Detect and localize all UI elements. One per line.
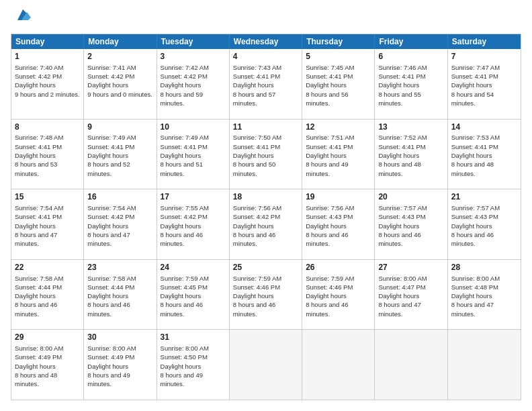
sunset-label: Sunset: 4:41 PM [451,73,498,80]
table-row: 21Sunrise: 7:57 AMSunset: 4:43 PMDayligh… [448,189,521,259]
header-wednesday: Wednesday [230,34,302,49]
table-row: 8Sunrise: 7:48 AMSunset: 4:41 PMDaylight… [11,120,84,189]
calendar-row: 1Sunrise: 7:40 AMSunset: 4:42 PMDaylight… [11,49,521,119]
sunrise-label: Sunrise: 7:58 AM [87,275,136,282]
sunrise-label: Sunrise: 7:45 AM [306,64,354,71]
table-row: 24Sunrise: 7:59 AMSunset: 4:45 PMDayligh… [157,260,230,330]
day-number: 22 [15,262,80,273]
daylight-label: Daylight hours [161,222,202,230]
sunset-label: Sunset: 4:42 PM [233,213,280,220]
table-row: 29Sunrise: 8:00 AMSunset: 4:49 PMDayligh… [11,330,84,400]
calendar-row: 22Sunrise: 7:58 AMSunset: 4:44 PMDayligh… [11,259,521,330]
sunset-label: Sunset: 4:46 PM [306,283,353,291]
day-number: 28 [451,262,517,273]
sunset-label: Sunset: 4:42 PM [87,73,134,80]
table-row: 2Sunrise: 7:41 AMSunset: 4:42 PMDaylight… [84,49,157,119]
sunrise-label: Sunrise: 8:00 AM [15,345,63,352]
daylight-value: 8 hours and 57 minutes. [233,91,275,107]
daylight-value: 8 hours and 46 minutes. [378,231,420,247]
daylight-value: 8 hours and 49 minutes. [306,161,348,177]
day-number: 24 [161,262,226,273]
table-row: 7Sunrise: 7:47 AMSunset: 4:41 PMDaylight… [448,49,521,119]
daylight-value: 8 hours and 56 minutes. [306,91,348,107]
daylight-label: Daylight hours [451,292,492,300]
sunrise-label: Sunrise: 7:59 AM [306,275,354,282]
table-row: 19Sunrise: 7:56 AMSunset: 4:43 PMDayligh… [302,189,375,259]
daylight-value: 8 hours and 48 minutes. [15,371,57,387]
header-friday: Friday [375,34,447,49]
table-row: 27Sunrise: 8:00 AMSunset: 4:47 PMDayligh… [375,260,447,330]
table-row: 28Sunrise: 8:00 AMSunset: 4:48 PMDayligh… [448,260,521,330]
daylight-label: Daylight hours [378,81,419,89]
table-row: 3Sunrise: 7:42 AMSunset: 4:42 PMDaylight… [157,49,230,119]
daylight-label: Daylight hours [15,152,56,159]
sunset-label: Sunset: 4:41 PM [378,73,425,80]
daylight-value: 8 hours and 50 minutes. [233,161,275,177]
table-row: 10Sunrise: 7:49 AMSunset: 4:41 PMDayligh… [157,120,230,189]
sunrise-label: Sunrise: 7:54 AM [15,204,63,212]
sunset-label: Sunset: 4:42 PM [161,213,208,220]
day-number: 1 [15,51,80,62]
calendar-row: 8Sunrise: 7:48 AMSunset: 4:41 PMDaylight… [11,119,521,189]
sunset-label: Sunset: 4:41 PM [15,213,62,220]
sunrise-label: Sunrise: 8:00 AM [378,275,427,282]
daylight-value: 8 hours and 46 minutes. [161,231,203,247]
daylight-value: 8 hours and 46 minutes. [161,301,203,317]
day-number: 7 [451,51,517,62]
daylight-label: Daylight hours [306,152,347,159]
day-number: 9 [87,122,152,133]
sunset-label: Sunset: 4:41 PM [233,73,280,80]
sunset-label: Sunset: 4:43 PM [451,213,498,220]
day-number: 11 [233,122,298,133]
calendar-row: 15Sunrise: 7:54 AMSunset: 4:41 PMDayligh… [11,189,521,259]
day-number: 12 [306,122,371,133]
table-row: 16Sunrise: 7:54 AMSunset: 4:42 PMDayligh… [84,189,157,259]
sunrise-label: Sunrise: 7:42 AM [161,64,209,71]
sunset-label: Sunset: 4:42 PM [87,213,134,220]
table-row: 15Sunrise: 7:54 AMSunset: 4:41 PMDayligh… [11,189,84,259]
day-number: 26 [306,262,371,273]
daylight-value: 8 hours and 53 minutes. [15,161,57,177]
daylight-value: 8 hours and 46 minutes. [87,301,130,317]
sunrise-label: Sunrise: 7:48 AM [15,134,63,141]
sunrise-label: Sunrise: 7:40 AM [15,64,63,71]
day-number: 30 [87,332,152,343]
sunset-label: Sunset: 4:43 PM [378,213,425,220]
sunrise-label: Sunrise: 7:57 AM [378,204,427,212]
sunset-label: Sunset: 4:46 PM [233,283,280,291]
table-row [230,330,302,400]
daylight-label: Daylight hours [161,152,202,159]
day-number: 20 [378,191,443,203]
page: Sunday Monday Tuesday Wednesday Thursday… [0,0,532,411]
daylight-value: 8 hours and 46 minutes. [15,301,57,317]
table-row: 20Sunrise: 7:57 AMSunset: 4:43 PMDayligh… [375,189,447,259]
daylight-label: Daylight hours [87,152,128,159]
day-number: 31 [161,332,226,343]
table-row [375,330,447,400]
table-row: 5Sunrise: 7:45 AMSunset: 4:41 PMDaylight… [302,49,375,119]
daylight-label: Daylight hours [378,222,419,230]
daylight-label: Daylight hours [451,81,492,89]
sunrise-label: Sunrise: 8:00 AM [161,345,209,352]
daylight-label: Daylight hours [306,292,347,300]
sunrise-label: Sunrise: 7:54 AM [87,204,136,212]
sunset-label: Sunset: 4:45 PM [161,283,208,291]
day-number: 2 [87,51,152,62]
sunset-label: Sunset: 4:49 PM [15,353,62,361]
calendar-body: 1Sunrise: 7:40 AMSunset: 4:42 PMDaylight… [11,49,521,400]
logo-icon [12,5,34,27]
logo [11,11,34,27]
day-number: 17 [161,191,226,203]
day-number: 16 [87,191,152,203]
logo-text [11,11,34,27]
daylight-value: 8 hours and 52 minutes. [87,161,130,177]
table-row: 12Sunrise: 7:51 AMSunset: 4:41 PMDayligh… [302,120,375,189]
table-row: 23Sunrise: 7:58 AMSunset: 4:44 PMDayligh… [84,260,157,330]
daylight-value: 8 hours and 47 minutes. [378,301,420,317]
table-row: 26Sunrise: 7:59 AMSunset: 4:46 PMDayligh… [302,260,375,330]
daylight-value: 8 hours and 48 minutes. [378,161,420,177]
sunrise-label: Sunrise: 7:47 AM [451,64,500,71]
sunset-label: Sunset: 4:50 PM [161,353,208,361]
header-saturday: Saturday [448,34,521,49]
header-monday: Monday [84,34,157,49]
